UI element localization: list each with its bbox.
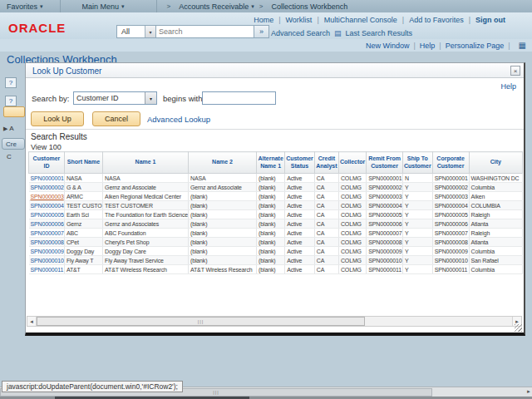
nav-link-worklist[interactable]: Worklist bbox=[286, 16, 313, 24]
global-search-input[interactable] bbox=[156, 25, 254, 38]
column-header-credit-analyst[interactable]: Credit Analyst bbox=[314, 152, 338, 174]
table-row: SPN0000005Earth SciThe Foundation for Ea… bbox=[29, 210, 523, 219]
table-cell: (blank) bbox=[188, 229, 256, 238]
page-action-bar: New Window|Help|Personalize Page|▦ bbox=[0, 39, 532, 52]
customer-id-link[interactable]: SPN0000003 bbox=[31, 194, 64, 200]
help-icon[interactable]: ? bbox=[5, 77, 17, 88]
customer-id-link[interactable]: SPN0000008 bbox=[31, 239, 64, 245]
table-cell[interactable]: SPN0000009 bbox=[29, 247, 65, 256]
expand-section-toggle[interactable]: ▶ A bbox=[3, 125, 14, 132]
close-icon[interactable]: × bbox=[510, 66, 520, 76]
scroll-left-icon[interactable]: ◄ bbox=[27, 317, 37, 326]
begins-with-input[interactable] bbox=[202, 91, 276, 105]
advanced-lookup-link[interactable]: Advanced Lookup bbox=[147, 115, 210, 124]
column-header-name-2[interactable]: Name 2 bbox=[188, 152, 256, 174]
table-cell: (blank) bbox=[257, 192, 285, 201]
column-header-name-1[interactable]: Name 1 bbox=[103, 152, 189, 174]
table-row: SPN0000008CPetCheryl's Pet Shop(blank)(b… bbox=[29, 238, 523, 247]
personalize-page-link[interactable]: Personalize Page bbox=[446, 42, 505, 50]
column-header-ship-to-customer[interactable]: Ship To Customer bbox=[402, 152, 432, 174]
table-cell: SPN0000011 bbox=[367, 265, 403, 274]
table-cell: CA bbox=[314, 265, 338, 274]
table-cell[interactable]: SPN0000001 bbox=[29, 174, 65, 183]
customer-id-link[interactable]: SPN0000002 bbox=[31, 185, 64, 190]
table-cell: SPN0000005 bbox=[367, 210, 403, 219]
search-submit-button[interactable]: » bbox=[254, 25, 269, 38]
nav-link-home[interactable]: Home bbox=[254, 16, 273, 24]
search-scope-select[interactable]: All ▾ bbox=[116, 25, 156, 38]
customer-id-link[interactable]: SPN0000005 bbox=[31, 212, 64, 218]
table-cell: Aiken bbox=[469, 192, 523, 201]
column-header-short-name[interactable]: Short Name bbox=[64, 152, 102, 174]
table-cell[interactable]: SPN0000006 bbox=[29, 219, 65, 229]
breadcrumb-separator: > bbox=[259, 2, 264, 10]
customer-id-link[interactable]: SPN0000004 bbox=[31, 203, 64, 209]
chevron-down-icon: ▾ bbox=[145, 92, 156, 104]
table-cell[interactable]: SPN0000008 bbox=[29, 238, 65, 247]
modal-horizontal-scrollbar[interactable]: ◄ ||| ► bbox=[27, 316, 522, 327]
column-header-corporate-customer[interactable]: Corporate Customer bbox=[432, 152, 469, 174]
last-search-results-link[interactable]: Last Search Results bbox=[346, 29, 413, 37]
table-cell[interactable]: SPN0000011 bbox=[29, 265, 65, 274]
table-cell: NASA bbox=[103, 174, 189, 183]
column-header-alternate-name-1[interactable]: Alternate Name 1 bbox=[257, 152, 285, 174]
scrollbar-thumb[interactable]: ||| bbox=[37, 317, 365, 326]
help-icon[interactable]: ? bbox=[5, 96, 17, 106]
column-header-collector[interactable]: Collector bbox=[338, 152, 366, 174]
last-search-results-icon: ▤ bbox=[334, 30, 342, 37]
nav-link-add-to-favorites[interactable]: Add to Favorites bbox=[409, 16, 464, 24]
main-menu[interactable]: Main Menu ▾ bbox=[82, 2, 125, 11]
table-cell[interactable]: SPN0000010 bbox=[29, 256, 65, 265]
divider bbox=[60, 0, 61, 12]
customer-id-link[interactable]: SPN0000010 bbox=[31, 258, 64, 264]
advanced-search-link[interactable]: Advanced Search bbox=[271, 29, 330, 37]
customer-id-link[interactable]: SPN0000006 bbox=[31, 221, 64, 227]
status-bar-link-preview: javascript:doUpdateParent(document.win0,… bbox=[2, 381, 183, 392]
breadcrumb-collections-workbench[interactable]: Collections Workbench bbox=[271, 2, 347, 11]
table-cell[interactable]: SPN0000002 bbox=[29, 183, 65, 192]
view-100-link[interactable]: View 100 bbox=[31, 143, 62, 151]
new-window-link[interactable]: New Window bbox=[366, 42, 410, 50]
cancel-button[interactable]: Cancel bbox=[92, 111, 140, 126]
customer-id-link[interactable]: SPN0000001 bbox=[31, 175, 64, 181]
table-cell: Cheryl's Pet Shop bbox=[103, 238, 189, 247]
table-cell[interactable]: SPN0000004 bbox=[29, 201, 65, 210]
table-cell[interactable]: SPN0000005 bbox=[29, 210, 65, 219]
column-header-customer-id[interactable]: Customer ID bbox=[29, 152, 65, 174]
customer-id-link[interactable]: SPN0000009 bbox=[31, 249, 64, 254]
resize-grip-icon[interactable] bbox=[515, 324, 522, 332]
breadcrumb-accounts-receivable[interactable]: Accounts Receivable ▾ bbox=[179, 2, 254, 11]
table-cell: WASHINGTON DC bbox=[469, 174, 523, 183]
column-header-remit-from-customer[interactable]: Remit From Customer bbox=[367, 152, 403, 174]
table-cell: SPN0000009 bbox=[367, 247, 403, 256]
table-cell[interactable]: SPN0000003 bbox=[29, 192, 65, 201]
column-header-customer-status[interactable]: Customer Status bbox=[285, 152, 315, 174]
personalize-grid-icon[interactable]: ▦ bbox=[519, 42, 526, 50]
table-cell: COLMG bbox=[338, 238, 366, 247]
table-cell: (blank) bbox=[257, 183, 285, 192]
table-cell: SPN0000003 bbox=[432, 192, 469, 201]
table-cell: Active bbox=[285, 256, 315, 265]
nav-link-multichannel-console[interactable]: MultiChannel Console bbox=[324, 16, 397, 24]
customer-id-link[interactable]: SPN0000007 bbox=[31, 230, 64, 236]
favorites-menu[interactable]: Favorites ▾ bbox=[7, 2, 43, 11]
table-cell: SPN0000006 bbox=[432, 219, 469, 229]
search-by-select[interactable]: Customer ID ▾ bbox=[73, 91, 157, 105]
customer-id-link[interactable]: SPN0000011 bbox=[31, 267, 64, 273]
divider: | bbox=[439, 42, 441, 50]
table-cell: Gernz bbox=[64, 219, 102, 229]
column-header-city[interactable]: City bbox=[469, 152, 523, 174]
table-cell: SPN0000005 bbox=[432, 210, 469, 219]
create-button[interactable]: Cre bbox=[2, 138, 25, 150]
look-up-button[interactable]: Look Up bbox=[31, 111, 84, 126]
help-link[interactable]: Help bbox=[500, 82, 516, 91]
table-cell[interactable]: SPN0000007 bbox=[29, 229, 65, 238]
table-cell: ABC bbox=[64, 229, 102, 238]
table-cell: COLMG bbox=[338, 174, 366, 183]
nav-link-sign-out[interactable]: Sign out bbox=[475, 16, 505, 24]
scrollbar-track[interactable]: ||| bbox=[37, 317, 512, 326]
table-cell: COLMG bbox=[338, 219, 366, 229]
background-button[interactable] bbox=[3, 106, 25, 117]
help-link[interactable]: Help bbox=[420, 42, 436, 50]
scroll-right-icon[interactable]: ► bbox=[526, 389, 531, 394]
